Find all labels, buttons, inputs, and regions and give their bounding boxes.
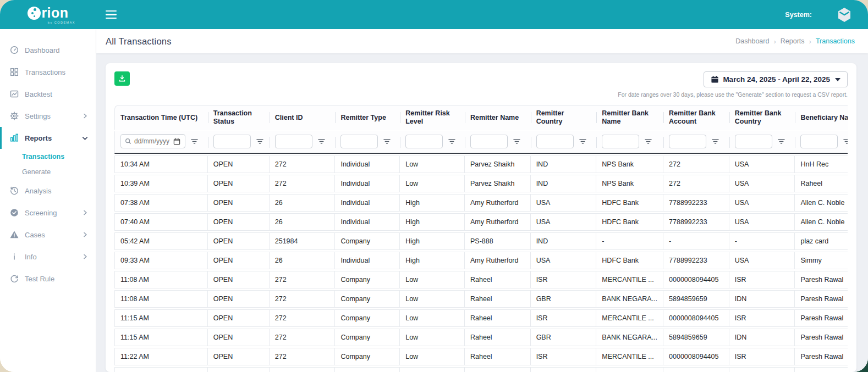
table-cell: Low <box>400 329 465 346</box>
table-row[interactable]: 10:39 AMOPEN272IndividualLowParvez Shaik… <box>114 175 848 192</box>
table-cell: Raheel <box>465 290 531 308</box>
column-header-remitter-country[interactable]: Remitter Country <box>531 105 597 130</box>
sidebar-item-reports[interactable]: Reports <box>0 127 96 149</box>
table-cell: 251984 <box>270 232 336 250</box>
column-header-remitter-name[interactable]: Remitter Name <box>465 105 531 130</box>
filter-icon[interactable] <box>513 138 521 145</box>
table-cell: Company <box>335 309 400 327</box>
column-header-transaction-status[interactable]: Transaction Status <box>208 105 270 130</box>
date-filter-input[interactable] <box>134 137 171 145</box>
sidebar-item-backtest[interactable]: Backtest <box>0 83 96 105</box>
sidebar-item-label: Transactions <box>25 68 65 76</box>
column-header-remitter-bank-country[interactable]: Remitter Bank Country <box>729 105 795 130</box>
sidebar-subitem-transactions[interactable]: Transactions <box>0 149 96 164</box>
filter-input-remitter-bank-name[interactable] <box>602 135 639 148</box>
sidebar-item-screening[interactable]: Screening <box>0 202 96 224</box>
table-cell: - <box>663 232 729 250</box>
breadcrumb-current[interactable]: Transactions <box>816 37 855 45</box>
filter-icon[interactable] <box>448 138 456 145</box>
table-cell: BANK NEGARA... <box>596 290 663 308</box>
download-csv-button[interactable] <box>114 71 130 86</box>
brand-logo[interactable]: rion by CODEMAX <box>0 0 96 29</box>
chevron-down-icon <box>82 135 88 141</box>
orion-logo-icon <box>28 7 41 20</box>
column-header-remitter-bank-account[interactable]: Remitter Bank Account <box>663 105 729 130</box>
column-header-client-id[interactable]: Client ID <box>270 105 336 130</box>
filter-icon[interactable] <box>190 138 199 145</box>
column-header-transaction-time-utc[interactable]: Transaction Time (UTC) <box>114 105 208 130</box>
sidebar-item-label: Reports <box>25 134 52 142</box>
sidebar-item-cases[interactable]: Cases <box>0 224 96 246</box>
breadcrumb-link-dashboard[interactable]: Dashboard <box>735 37 769 45</box>
table-row[interactable]: 11:15 AMOPEN272CompanyLowRaheelISRMERCAN… <box>114 309 848 327</box>
table-row[interactable]: 09:33 AMOPEN26IndividualHighAmy Rutherfo… <box>114 252 848 269</box>
calendar-icon[interactable] <box>173 138 180 145</box>
filter-cell-client-id <box>270 131 336 154</box>
filter-icon[interactable] <box>711 138 719 145</box>
table-cell: Paresh Rawal <box>795 348 848 365</box>
filter-icon[interactable] <box>579 138 587 145</box>
filter-input-remitter-bank-country[interactable] <box>735 135 772 148</box>
sidebar-item-settings[interactable]: Settings <box>0 105 96 127</box>
table-row[interactable]: 11:22 AMOPEN272CompanyLowRaheelGBRBANK N… <box>114 367 848 372</box>
filter-input-remitter-country[interactable] <box>536 135 574 148</box>
filter-input-remitter-type[interactable] <box>340 135 378 148</box>
breadcrumb-link-reports[interactable]: Reports <box>781 37 805 45</box>
table-row[interactable]: 11:22 AMOPEN272CompanyLowRaheelISRMERCAN… <box>114 348 848 365</box>
column-header-remitter-risk-level[interactable]: Remitter Risk Level <box>400 105 465 130</box>
column-header-remitter-bank-name[interactable]: Remitter Bank Name <box>596 105 663 130</box>
table-cell: - <box>596 232 663 250</box>
filter-input-client-id[interactable] <box>275 135 312 148</box>
filter-cell-transaction-status <box>208 131 270 154</box>
table-row[interactable]: 10:34 AMOPEN272IndividualLowParvez Shaik… <box>114 156 848 173</box>
column-header-remitter-type[interactable]: Remitter Type <box>335 105 400 130</box>
table-cell: 272 <box>663 175 729 192</box>
hamburger-menu-icon[interactable] <box>106 10 117 19</box>
table-cell: Low <box>400 156 465 173</box>
table-cell: OPEN <box>208 175 270 192</box>
filter-icon[interactable] <box>256 138 264 145</box>
package-cube-icon[interactable] <box>835 5 854 24</box>
table-cell: 26 <box>270 213 336 231</box>
filter-icon[interactable] <box>644 138 652 145</box>
sidebar-item-test-rule[interactable]: Test Rule <box>0 268 96 290</box>
filter-icon[interactable] <box>843 138 848 145</box>
table-cell: GBR <box>531 329 597 346</box>
table-cell: HDFC Bank <box>596 252 663 269</box>
filter-input-remitter-bank-account[interactable] <box>669 135 706 148</box>
table-cell: plaz card <box>795 232 848 250</box>
filter-icon[interactable] <box>777 138 785 145</box>
sidebar-item-info[interactable]: Info <box>0 246 96 268</box>
filter-input-remitter-risk-level[interactable] <box>405 135 443 148</box>
table-row[interactable]: 05:42 AMOPEN251984CompanyHighPS-888IND--… <box>114 232 848 250</box>
sidebar-item-dashboard[interactable]: Dashboard <box>0 39 96 61</box>
filter-input-beneficiary-name[interactable] <box>800 135 838 148</box>
table-cell: MERCANTILE ... <box>596 348 663 365</box>
sidebar-subitem-generate[interactable]: Generate <box>0 164 96 180</box>
table-row[interactable]: 07:40 AMOPEN26IndividualHighAmy Rutherfo… <box>114 213 848 231</box>
table-cell: Individual <box>335 252 400 269</box>
filter-icon[interactable] <box>383 138 391 145</box>
filter-cell-remitter-bank-account <box>663 131 729 154</box>
bar-chart-icon <box>9 133 19 143</box>
filter-cell-remitter-risk-level <box>400 131 465 154</box>
filter-icon[interactable] <box>317 138 326 145</box>
column-header-beneficiary-name[interactable]: Beneficiary Name <box>795 105 848 130</box>
table-row[interactable]: 11:08 AMOPEN272CompanyLowRaheelISRMERCAN… <box>114 271 848 288</box>
transactions-table-container[interactable]: Transaction Time (UTC)Transaction Status… <box>114 103 848 372</box>
system-label: System: <box>785 11 812 19</box>
table-cell: Paresh Rawal <box>795 271 848 288</box>
date-range-picker[interactable]: March 24, 2025 - April 22, 2025 <box>704 71 848 87</box>
table-cell: 272 <box>270 156 336 173</box>
page-title: All Transactions <box>106 36 172 47</box>
filter-input-remitter-name[interactable] <box>470 135 508 148</box>
table-cell: 0000008094405 <box>663 271 729 288</box>
download-icon <box>118 75 126 82</box>
sidebar-item-transactions[interactable]: Transactions <box>0 61 96 83</box>
sidebar-item-analysis[interactable]: Analysis <box>0 180 96 202</box>
filter-input-transaction-status[interactable] <box>213 135 251 148</box>
table-row[interactable]: 11:08 AMOPEN272CompanyLowRaheelGBRBANK N… <box>114 290 848 308</box>
table-filter-row <box>114 131 848 154</box>
table-row[interactable]: 11:15 AMOPEN272CompanyLowRaheelGBRBANK N… <box>114 329 848 346</box>
table-row[interactable]: 07:38 AMOPEN26IndividualHighAmy Rutherfo… <box>114 194 848 212</box>
